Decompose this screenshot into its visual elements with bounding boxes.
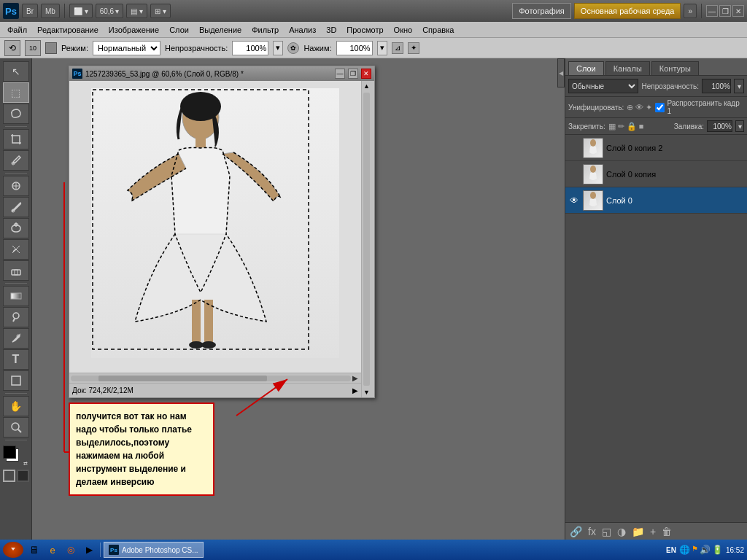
zoom-tool[interactable] — [3, 417, 29, 438]
doc-close[interactable]: ✕ — [361, 69, 371, 79]
unify-position-icon[interactable]: ⊕ — [627, 103, 633, 112]
tablet-icon[interactable]: ⊿ — [392, 42, 403, 54]
swap-colors-icon[interactable]: ⇄ — [22, 460, 29, 467]
layer-link-icon[interactable]: 🔗 — [568, 526, 584, 537]
clone-stamp-tool[interactable] — [3, 218, 29, 238]
opacity-arrow[interactable]: ▾ — [273, 41, 283, 55]
photography-workspace[interactable]: Фотография — [512, 3, 571, 19]
mode-select[interactable]: Нормальный — [93, 41, 160, 55]
menu-filter[interactable]: Фильтр — [247, 22, 283, 37]
start-button[interactable] — [3, 542, 23, 558]
layers-opacity-input[interactable] — [702, 79, 731, 93]
doc-status-arrow[interactable]: ▶ — [352, 386, 358, 394]
new-layer-icon[interactable]: + — [649, 526, 657, 537]
lock-transparent-icon[interactable]: ▦ — [608, 122, 616, 131]
minimize-button[interactable]: — — [706, 5, 718, 17]
opacity-dropdown[interactable]: ▾ — [734, 79, 744, 93]
scroll-up-btn[interactable]: ▲ — [362, 81, 371, 91]
layer-adjustment-icon[interactable]: ◑ — [616, 526, 627, 537]
tab-layers[interactable]: Слои — [568, 61, 604, 75]
menu-layers[interactable]: Слои — [165, 22, 193, 37]
unify-style-icon[interactable]: ✦ — [646, 103, 652, 112]
history-brush-tool[interactable] — [3, 239, 29, 260]
layer-group-icon[interactable]: 📁 — [630, 526, 646, 537]
opacity-input[interactable] — [232, 41, 268, 55]
menu-help[interactable]: Справка — [418, 22, 458, 37]
pen-tool[interactable] — [3, 328, 29, 349]
browser2-btn[interactable]: ◎ — [63, 542, 79, 558]
menu-window[interactable]: Окно — [390, 22, 417, 37]
unify-visibility-icon[interactable]: 👁 — [635, 103, 643, 112]
show-desktop-btn[interactable]: 🖥 — [26, 542, 42, 558]
lock-position-icon[interactable]: 🔒 — [627, 122, 637, 131]
airbrush-icon[interactable]: ✿ — [287, 42, 299, 54]
layer-fx-icon[interactable]: fx — [587, 526, 597, 537]
scroll-right-btn[interactable]: ▶ — [351, 374, 360, 382]
layer-row-0[interactable]: 👁 Слой 0 — [565, 187, 747, 214]
v-scrollbar-thumb[interactable] — [363, 93, 370, 386]
main-workspace[interactable]: Основная рабочая среда — [574, 3, 681, 19]
eyedropper-tool[interactable] — [3, 150, 29, 171]
minibridge-button[interactable]: Mb — [41, 4, 60, 18]
layer-row-copy2[interactable]: Слой 0 копия 2 — [565, 135, 747, 161]
healing-brush-tool[interactable] — [3, 176, 29, 196]
pressure-input[interactable] — [336, 41, 373, 55]
menu-image[interactable]: Изображение — [104, 22, 163, 37]
doc-canvas[interactable] — [69, 81, 361, 373]
media-btn[interactable]: ▶ — [81, 542, 97, 558]
expand-workspaces[interactable]: » — [684, 4, 697, 18]
layer-visibility-copy[interactable] — [568, 168, 580, 180]
h-scrollbar-thumb[interactable] — [98, 376, 266, 381]
doc-scrollbar-v[interactable]: ▲ ▼ — [361, 81, 371, 397]
layer-visibility-copy2[interactable] — [568, 142, 580, 154]
dodge-tool[interactable] — [3, 307, 29, 327]
shape-tool[interactable] — [3, 370, 29, 391]
tab-channels[interactable]: Каналы — [605, 61, 650, 75]
restore-button[interactable]: ❐ — [719, 5, 731, 17]
ie-btn[interactable]: e — [44, 542, 61, 558]
close-button[interactable]: ✕ — [732, 5, 744, 17]
panel-collapse-btn[interactable]: ◀ — [557, 58, 565, 88]
brush-tool[interactable] — [3, 197, 29, 217]
view-btn[interactable]: ⬜ ▾ — [69, 4, 93, 18]
fill-input[interactable] — [707, 120, 732, 132]
scroll-down-btn[interactable]: ▼ — [362, 387, 371, 397]
quickmask-mode[interactable] — [17, 470, 29, 482]
layer-visibility-0[interactable]: 👁 — [568, 195, 580, 206]
menu-file[interactable]: Файл — [3, 22, 31, 37]
arrange-btn[interactable]: ⊞ ▾ — [150, 4, 171, 18]
text-tool[interactable]: T — [3, 349, 29, 370]
delete-layer-icon[interactable]: 🗑 — [660, 526, 673, 537]
menu-analysis[interactable]: Анализ — [285, 22, 320, 37]
lasso-tool[interactable] — [3, 104, 29, 124]
doc-minimize[interactable]: — — [335, 69, 345, 79]
menu-edit[interactable]: Редактирование — [33, 22, 103, 37]
bridge-button[interactable]: Br — [22, 4, 38, 18]
doc-scrollbar-h[interactable]: ▶ — [69, 373, 361, 383]
spread-checkbox[interactable] — [655, 103, 665, 112]
menu-view[interactable]: Просмотр — [342, 22, 387, 37]
eraser-tool[interactable] — [3, 260, 29, 281]
layer-mask-icon[interactable]: ◱ — [600, 526, 613, 537]
blend-mode-select[interactable]: Обычные — [568, 79, 638, 93]
pressure-arrow[interactable]: ▾ — [377, 41, 387, 55]
lock-pixels-icon[interactable]: ✏ — [618, 122, 624, 131]
fill-dropdown[interactable]: ▾ — [735, 120, 744, 132]
clone-icon[interactable]: ✦ — [408, 42, 419, 54]
tab-paths[interactable]: Контуры — [651, 61, 699, 75]
move-tool[interactable]: ↖ — [3, 61, 29, 82]
layout-btn[interactable]: ▤ ▾ — [126, 4, 147, 18]
photoshop-taskbar-btn[interactable]: Ps Adobe Photoshop CS... — [104, 542, 204, 558]
lock-all-icon[interactable]: ■ — [639, 122, 644, 131]
gradient-tool[interactable] — [3, 286, 29, 306]
foreground-color[interactable] — [3, 446, 16, 459]
layer-row-copy[interactable]: Слой 0 копия — [565, 161, 747, 187]
zoom-btn[interactable]: 60,6 ▾ — [96, 4, 123, 18]
color-selector[interactable]: ⇄ — [3, 446, 29, 467]
standard-mode[interactable] — [3, 470, 15, 482]
menu-3d[interactable]: 3D — [322, 22, 341, 37]
volume-icon[interactable]: 🔊 — [700, 545, 711, 555]
crop-tool[interactable] — [3, 129, 29, 149]
doc-restore[interactable]: ❐ — [348, 69, 358, 79]
selection-tool[interactable]: ⬚ — [3, 82, 29, 103]
